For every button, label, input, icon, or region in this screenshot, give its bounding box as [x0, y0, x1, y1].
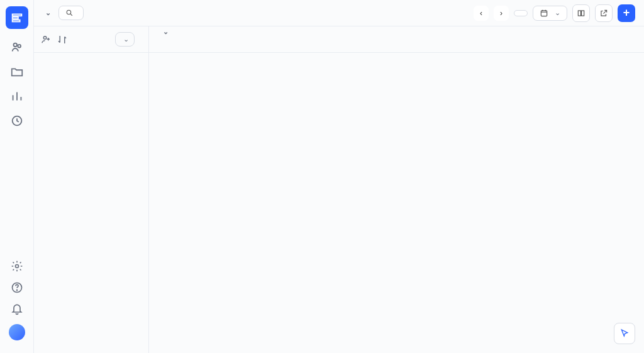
layout-icon: [577, 9, 586, 18]
view-select[interactable]: ⌄: [533, 6, 567, 21]
current-user-avatar[interactable]: [9, 324, 25, 340]
schedule-grid: ⌄: [149, 26, 644, 353]
week-select[interactable]: ⌄: [115, 32, 135, 47]
next-button[interactable]: ›: [494, 6, 509, 21]
nav-people[interactable]: [10, 40, 24, 56]
bell-icon[interactable]: [11, 303, 23, 315]
help-icon[interactable]: [11, 281, 23, 294]
nav-report[interactable]: [10, 89, 24, 105]
calendar-icon: [540, 9, 548, 18]
cursor-mode-button[interactable]: [614, 323, 635, 344]
svg-point-13: [43, 36, 47, 39]
filter-icon: [65, 9, 74, 17]
gear-icon[interactable]: [11, 260, 23, 272]
month-label[interactable]: ⌄: [154, 28, 169, 36]
nav-logtime[interactable]: [10, 114, 24, 130]
folder-icon: [10, 65, 24, 79]
people-panel: ⌄: [34, 26, 149, 353]
people-icon: [10, 40, 24, 54]
chevron-down-icon: ⌄: [555, 9, 560, 17]
svg-rect-1: [12, 17, 18, 19]
svg-rect-12: [582, 10, 584, 15]
topbar: ⌄ ‹ › ⌄ +: [34, 0, 644, 26]
external-link-icon: [599, 9, 608, 18]
chevron-down-icon: ⌄: [45, 9, 51, 17]
today-button[interactable]: [514, 10, 528, 16]
svg-rect-0: [12, 14, 21, 16]
svg-point-6: [15, 265, 18, 268]
svg-point-3: [13, 43, 17, 47]
svg-rect-11: [578, 10, 580, 15]
chart-icon: [10, 89, 24, 103]
clock-icon: [10, 114, 24, 128]
page-title[interactable]: ⌄: [43, 9, 51, 17]
svg-point-9: [67, 10, 71, 14]
sort-icon[interactable]: [57, 34, 68, 45]
share-button[interactable]: [595, 4, 613, 22]
chevron-down-icon: ⌄: [163, 28, 169, 36]
chevron-down-icon: ⌄: [123, 35, 129, 43]
svg-rect-10: [541, 10, 547, 16]
filter-button[interactable]: [58, 6, 84, 20]
nav-schedule[interactable]: [6, 6, 28, 29]
schedule-icon: [10, 11, 24, 25]
add-person-icon[interactable]: [40, 34, 52, 45]
svg-rect-2: [12, 20, 19, 22]
svg-point-4: [18, 45, 21, 48]
cursor-icon: [619, 328, 630, 339]
nav-rail: [0, 0, 34, 353]
svg-point-8: [16, 290, 17, 291]
prev-button[interactable]: ‹: [474, 6, 489, 21]
compact-view-button[interactable]: [572, 4, 590, 22]
nav-projects[interactable]: [10, 65, 24, 81]
add-button[interactable]: +: [618, 4, 635, 22]
